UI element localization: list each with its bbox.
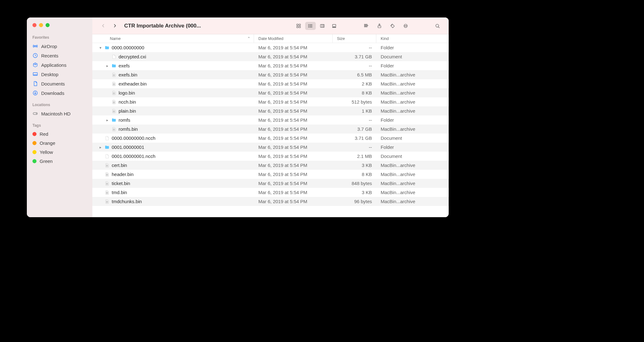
- file-name: cert.bin: [112, 163, 127, 168]
- file-date: Mar 6, 2019 at 5:54 PM: [254, 154, 333, 159]
- file-row[interactable]: ▸0001.00000001Mar 6, 2019 at 5:54 PM--Fo…: [92, 143, 449, 152]
- file-date: Mar 6, 2019 at 5:54 PM: [254, 199, 333, 204]
- file-kind: Folder: [376, 117, 449, 123]
- file-row[interactable]: romfs.binMar 6, 2019 at 5:54 PM3.7 GBMac…: [92, 125, 449, 134]
- minimize-button[interactable]: [39, 23, 43, 27]
- column-view-button[interactable]: [317, 22, 328, 30]
- sidebar-item-label: Orange: [40, 140, 55, 146]
- file-row[interactable]: tmdchunks.binMar 6, 2019 at 5:54 PM96 by…: [92, 197, 449, 206]
- sidebar-item-label: Desktop: [41, 72, 58, 77]
- sidebar-item-downloads[interactable]: Downloads: [27, 88, 92, 98]
- file-date: Mar 6, 2019 at 5:54 PM: [254, 126, 333, 132]
- file-row[interactable]: logo.binMar 6, 2019 at 5:54 PM8 KBMacBin…: [92, 88, 449, 97]
- file-name: header.bin: [112, 172, 134, 177]
- tag-color-icon: [32, 150, 37, 154]
- close-button[interactable]: [32, 23, 37, 27]
- file-row[interactable]: 0001.00000001.ncchMar 6, 2019 at 5:54 PM…: [92, 152, 449, 161]
- sidebar-item-desktop[interactable]: Desktop: [27, 70, 92, 79]
- file-size: 1 KB: [333, 108, 376, 114]
- svg-rect-11: [299, 26, 300, 28]
- sidebar-item-applications[interactable]: Applications: [27, 60, 92, 70]
- forward-button[interactable]: [110, 22, 119, 30]
- group-button[interactable]: [361, 22, 371, 30]
- svg-point-34: [406, 26, 407, 26]
- folder-icon: [111, 117, 117, 123]
- file-row[interactable]: header.binMar 6, 2019 at 5:54 PM8 KBMacB…: [92, 170, 449, 179]
- file-row[interactable]: extheader.binMar 6, 2019 at 5:54 PM2 KBM…: [92, 79, 449, 88]
- search-button[interactable]: [432, 22, 442, 30]
- file-row[interactable]: ▾0000.00000000Mar 6, 2019 at 5:54 PM--Fo…: [92, 43, 449, 52]
- file-size: 6.5 MB: [333, 72, 376, 77]
- share-button[interactable]: [374, 22, 384, 30]
- file-name: 0000.00000000.ncch: [112, 135, 155, 141]
- window-title: CTR Importable Archive (000...: [124, 23, 201, 29]
- icon-view-button[interactable]: [293, 22, 304, 30]
- file-size: 512 bytes: [333, 99, 376, 105]
- sidebar-item-red[interactable]: Red: [27, 129, 92, 139]
- sidebar-item-orange[interactable]: Orange: [27, 139, 92, 148]
- zoom-button[interactable]: [46, 23, 50, 27]
- file-row[interactable]: tmd.binMar 6, 2019 at 5:54 PM3 KBMacBin.…: [92, 188, 449, 197]
- file-kind: Folder: [376, 45, 449, 50]
- sidebar-item-label: Red: [40, 131, 48, 137]
- file-name: tmd.bin: [112, 190, 127, 195]
- sidebar-item-documents[interactable]: Documents: [27, 79, 92, 88]
- document-icon: [111, 54, 117, 60]
- file-row[interactable]: ncch.binMar 6, 2019 at 5:54 PM512 bytesM…: [92, 97, 449, 106]
- binary-file-icon: [104, 181, 110, 186]
- file-kind: MacBin...archive: [376, 90, 449, 95]
- sidebar-item-yellow[interactable]: Yellow: [27, 148, 92, 157]
- action-button[interactable]: [401, 22, 411, 30]
- sidebar-item-airdrop[interactable]: AirDrop: [27, 42, 92, 51]
- list-view-button[interactable]: [305, 22, 316, 30]
- svg-point-16: [309, 26, 309, 26]
- binary-file-icon: [111, 90, 117, 96]
- file-kind: Folder: [376, 63, 449, 68]
- file-date: Mar 6, 2019 at 5:54 PM: [254, 181, 333, 186]
- sidebar-item-green[interactable]: Green: [27, 157, 92, 166]
- file-row[interactable]: cert.binMar 6, 2019 at 5:54 PM3 KBMacBin…: [92, 161, 449, 170]
- file-date: Mar 6, 2019 at 5:54 PM: [254, 117, 333, 123]
- file-row[interactable]: exefs.binMar 6, 2019 at 5:54 PM6.5 MBMac…: [92, 70, 449, 79]
- svg-line-36: [438, 27, 439, 28]
- binary-file-icon: [104, 190, 110, 195]
- file-row[interactable]: ticket.binMar 6, 2019 at 5:54 PM848 byte…: [92, 179, 449, 188]
- column-header-date[interactable]: Date Modified: [254, 34, 333, 43]
- svg-rect-24: [335, 27, 336, 27]
- file-list: ▾0000.00000000Mar 6, 2019 at 5:54 PM--Fo…: [92, 43, 449, 217]
- file-row[interactable]: plain.binMar 6, 2019 at 5:54 PM1 KBMacBi…: [92, 106, 449, 115]
- disclosure-triangle-icon[interactable]: ▾: [99, 46, 102, 50]
- disclosure-triangle-icon[interactable]: ▸: [105, 64, 109, 68]
- column-header-kind[interactable]: Kind: [376, 34, 449, 43]
- file-row[interactable]: decrypted.cxiMar 6, 2019 at 5:54 PM3.71 …: [92, 52, 449, 61]
- file-date: Mar 6, 2019 at 5:54 PM: [254, 90, 333, 95]
- file-row[interactable]: ▸romfsMar 6, 2019 at 5:54 PM--Folder: [92, 115, 449, 125]
- file-name: ticket.bin: [112, 181, 130, 186]
- file-row[interactable]: ▸exefsMar 6, 2019 at 5:54 PM--Folder: [92, 61, 449, 70]
- tags-button[interactable]: [388, 22, 398, 30]
- gallery-view-button[interactable]: [329, 22, 339, 30]
- sidebar-item-recents[interactable]: Recents: [27, 51, 92, 60]
- binary-file-icon: [111, 81, 117, 87]
- file-kind: MacBin...archive: [376, 172, 449, 177]
- file-name: 0001.00000001.ncch: [112, 154, 155, 159]
- sidebar-item-label: Downloads: [41, 90, 64, 96]
- disclosure-triangle-icon[interactable]: ▸: [105, 118, 109, 122]
- file-date: Mar 6, 2019 at 5:54 PM: [254, 144, 333, 150]
- file-date: Mar 6, 2019 at 5:54 PM: [254, 45, 333, 50]
- back-button[interactable]: [99, 22, 107, 30]
- disclosure-triangle-icon[interactable]: ▸: [99, 145, 102, 149]
- svg-rect-2: [33, 73, 37, 76]
- file-date: Mar 6, 2019 at 5:54 PM: [254, 72, 333, 77]
- column-header-name[interactable]: Name⌃: [92, 34, 254, 43]
- svg-rect-10: [297, 26, 298, 28]
- file-date: Mar 6, 2019 at 5:54 PM: [254, 108, 333, 114]
- file-row[interactable]: 0000.00000000.ncchMar 6, 2019 at 5:54 PM…: [92, 134, 449, 143]
- file-size: 3 KB: [333, 190, 376, 195]
- docs-icon: [32, 81, 38, 86]
- column-header-size[interactable]: Size: [333, 34, 376, 43]
- file-kind: MacBin...archive: [376, 163, 449, 168]
- column-header-row: Name⌃ Date Modified Size Kind: [92, 34, 449, 43]
- svg-point-0: [35, 46, 36, 47]
- sidebar-item-macintosh-hd[interactable]: Macintosh HD: [27, 109, 92, 118]
